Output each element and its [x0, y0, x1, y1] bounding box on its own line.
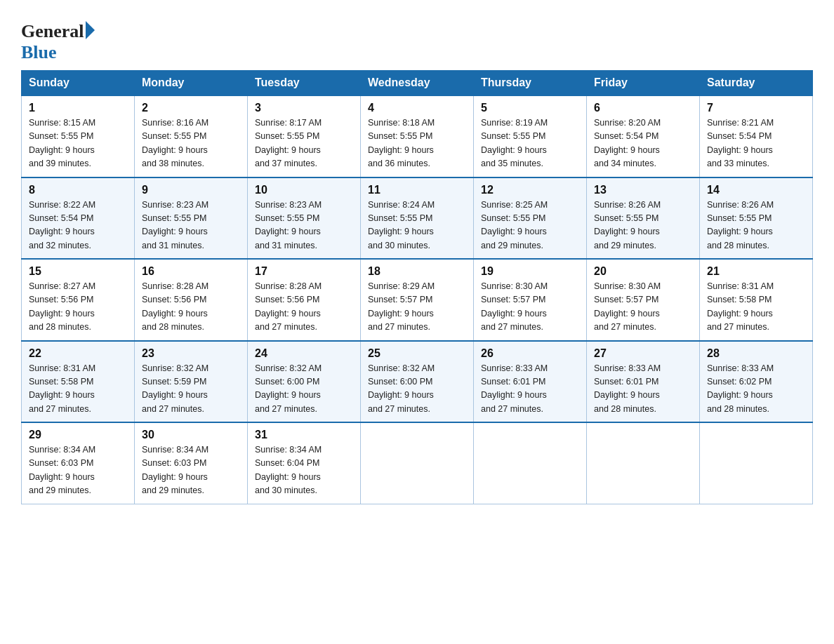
calendar-cell: 10Sunrise: 8:23 AMSunset: 5:55 PMDayligh…: [248, 177, 361, 260]
calendar-cell: 16Sunrise: 8:28 AMSunset: 5:56 PMDayligh…: [135, 259, 248, 341]
calendar-cell: 29Sunrise: 8:34 AMSunset: 6:03 PMDayligh…: [22, 422, 135, 504]
logo-container: General Blue: [21, 21, 95, 63]
day-number: 25: [368, 347, 466, 360]
calendar-cell: 17Sunrise: 8:28 AMSunset: 5:56 PMDayligh…: [248, 259, 361, 341]
calendar-table: SundayMondayTuesdayWednesdayThursdayFrid…: [21, 70, 813, 504]
day-info: Sunrise: 8:27 AMSunset: 5:56 PMDaylight:…: [29, 280, 127, 335]
day-info: Sunrise: 8:34 AMSunset: 6:04 PMDaylight:…: [255, 443, 353, 498]
day-number: 24: [255, 347, 353, 360]
day-info: Sunrise: 8:25 AMSunset: 5:55 PMDaylight:…: [481, 199, 579, 253]
day-number: 23: [142, 347, 240, 360]
day-number: 3: [255, 102, 353, 114]
day-info: Sunrise: 8:31 AMSunset: 5:58 PMDaylight:…: [707, 280, 805, 335]
day-info: Sunrise: 8:32 AMSunset: 6:00 PMDaylight:…: [368, 362, 466, 417]
day-number: 5: [481, 102, 579, 114]
day-info: Sunrise: 8:16 AMSunset: 5:55 PMDaylight:…: [142, 116, 240, 171]
day-number: 16: [142, 265, 240, 278]
day-number: 7: [707, 102, 805, 114]
calendar-cell: 2Sunrise: 8:16 AMSunset: 5:55 PMDaylight…: [135, 95, 248, 177]
weekday-header-wednesday: Wednesday: [361, 71, 474, 96]
day-number: 22: [29, 347, 127, 360]
calendar-cell: 30Sunrise: 8:34 AMSunset: 6:03 PMDayligh…: [135, 422, 248, 504]
day-info: Sunrise: 8:33 AMSunset: 6:01 PMDaylight:…: [594, 362, 692, 417]
day-number: 4: [368, 102, 466, 114]
day-info: Sunrise: 8:21 AMSunset: 5:54 PMDaylight:…: [707, 116, 805, 171]
weekday-header-sunday: Sunday: [22, 71, 135, 96]
day-info: Sunrise: 8:31 AMSunset: 5:58 PMDaylight:…: [29, 362, 127, 417]
day-number: 1: [29, 102, 127, 114]
day-info: Sunrise: 8:32 AMSunset: 6:00 PMDaylight:…: [255, 362, 353, 417]
calendar-cell: 24Sunrise: 8:32 AMSunset: 6:00 PMDayligh…: [248, 341, 361, 423]
calendar-cell: 7Sunrise: 8:21 AMSunset: 5:54 PMDaylight…: [700, 95, 813, 177]
week-row-3: 15Sunrise: 8:27 AMSunset: 5:56 PMDayligh…: [22, 259, 813, 341]
day-number: 9: [142, 184, 240, 196]
day-number: 8: [29, 184, 127, 196]
calendar-cell: 12Sunrise: 8:25 AMSunset: 5:55 PMDayligh…: [474, 177, 587, 260]
weekday-header-tuesday: Tuesday: [248, 71, 361, 96]
day-number: 14: [707, 184, 805, 196]
calendar-cell: 21Sunrise: 8:31 AMSunset: 5:58 PMDayligh…: [700, 259, 813, 341]
calendar-cell: 4Sunrise: 8:18 AMSunset: 5:55 PMDaylight…: [361, 95, 474, 177]
day-info: Sunrise: 8:29 AMSunset: 5:57 PMDaylight:…: [368, 280, 466, 335]
day-info: Sunrise: 8:28 AMSunset: 5:56 PMDaylight:…: [255, 280, 353, 335]
calendar-cell: 6Sunrise: 8:20 AMSunset: 5:54 PMDaylight…: [587, 95, 700, 177]
calendar-cell: 19Sunrise: 8:30 AMSunset: 5:57 PMDayligh…: [474, 259, 587, 341]
calendar-cell: 26Sunrise: 8:33 AMSunset: 6:01 PMDayligh…: [474, 341, 587, 423]
day-info: Sunrise: 8:34 AMSunset: 6:03 PMDaylight:…: [29, 443, 127, 498]
calendar-cell: 18Sunrise: 8:29 AMSunset: 5:57 PMDayligh…: [361, 259, 474, 341]
logo-arrow-icon: [86, 21, 95, 39]
day-info: Sunrise: 8:32 AMSunset: 5:59 PMDaylight:…: [142, 362, 240, 417]
weekday-header-friday: Friday: [587, 71, 700, 96]
day-number: 21: [707, 265, 805, 278]
weekday-header-saturday: Saturday: [700, 71, 813, 96]
weekday-header-monday: Monday: [135, 71, 248, 96]
week-row-4: 22Sunrise: 8:31 AMSunset: 5:58 PMDayligh…: [22, 341, 813, 423]
day-number: 13: [594, 184, 692, 196]
day-number: 29: [29, 429, 127, 441]
calendar-cell: 31Sunrise: 8:34 AMSunset: 6:04 PMDayligh…: [248, 422, 361, 504]
day-info: Sunrise: 8:23 AMSunset: 5:55 PMDaylight:…: [255, 199, 353, 253]
day-info: Sunrise: 8:26 AMSunset: 5:55 PMDaylight:…: [707, 199, 805, 253]
day-number: 10: [255, 184, 353, 196]
logo: General Blue: [21, 21, 95, 63]
calendar-cell: 15Sunrise: 8:27 AMSunset: 5:56 PMDayligh…: [22, 259, 135, 341]
day-info: Sunrise: 8:18 AMSunset: 5:55 PMDaylight:…: [368, 116, 466, 171]
calendar-cell: 27Sunrise: 8:33 AMSunset: 6:01 PMDayligh…: [587, 341, 700, 423]
week-row-5: 29Sunrise: 8:34 AMSunset: 6:03 PMDayligh…: [22, 422, 813, 504]
weekday-header-row: SundayMondayTuesdayWednesdayThursdayFrid…: [22, 71, 813, 96]
day-info: Sunrise: 8:23 AMSunset: 5:55 PMDaylight:…: [142, 199, 240, 253]
calendar-cell: 9Sunrise: 8:23 AMSunset: 5:55 PMDaylight…: [135, 177, 248, 260]
day-number: 19: [481, 265, 579, 278]
day-number: 12: [481, 184, 579, 196]
day-number: 26: [481, 347, 579, 360]
calendar-cell: [361, 422, 474, 504]
day-number: 11: [368, 184, 466, 196]
calendar-cell: 20Sunrise: 8:30 AMSunset: 5:57 PMDayligh…: [587, 259, 700, 341]
calendar-cell: [587, 422, 700, 504]
page-header: General Blue: [21, 14, 813, 63]
day-info: Sunrise: 8:28 AMSunset: 5:56 PMDaylight:…: [142, 280, 240, 335]
day-number: 18: [368, 265, 466, 278]
weekday-header-thursday: Thursday: [474, 71, 587, 96]
calendar-cell: 5Sunrise: 8:19 AMSunset: 5:55 PMDaylight…: [474, 95, 587, 177]
day-number: 17: [255, 265, 353, 278]
calendar-cell: 25Sunrise: 8:32 AMSunset: 6:00 PMDayligh…: [361, 341, 474, 423]
calendar-cell: 1Sunrise: 8:15 AMSunset: 5:55 PMDaylight…: [22, 95, 135, 177]
calendar-cell: 22Sunrise: 8:31 AMSunset: 5:58 PMDayligh…: [22, 341, 135, 423]
calendar-cell: 23Sunrise: 8:32 AMSunset: 5:59 PMDayligh…: [135, 341, 248, 423]
day-info: Sunrise: 8:22 AMSunset: 5:54 PMDaylight:…: [29, 199, 127, 253]
calendar-cell: 3Sunrise: 8:17 AMSunset: 5:55 PMDaylight…: [248, 95, 361, 177]
calendar-cell: [474, 422, 587, 504]
day-number: 20: [594, 265, 692, 278]
day-info: Sunrise: 8:26 AMSunset: 5:55 PMDaylight:…: [594, 199, 692, 253]
logo-text-general: General: [21, 21, 84, 42]
day-info: Sunrise: 8:33 AMSunset: 6:02 PMDaylight:…: [707, 362, 805, 417]
day-info: Sunrise: 8:34 AMSunset: 6:03 PMDaylight:…: [142, 443, 240, 498]
logo-text-blue: Blue: [21, 42, 57, 62]
day-info: Sunrise: 8:20 AMSunset: 5:54 PMDaylight:…: [594, 116, 692, 171]
calendar-cell: 8Sunrise: 8:22 AMSunset: 5:54 PMDaylight…: [22, 177, 135, 260]
day-number: 6: [594, 102, 692, 114]
day-number: 31: [255, 429, 353, 441]
day-info: Sunrise: 8:24 AMSunset: 5:55 PMDaylight:…: [368, 199, 466, 253]
day-info: Sunrise: 8:30 AMSunset: 5:57 PMDaylight:…: [594, 280, 692, 335]
